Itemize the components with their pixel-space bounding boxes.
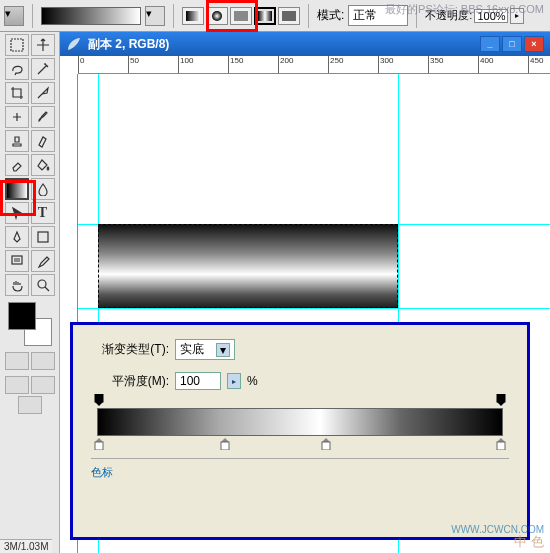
marquee-selection[interactable] bbox=[98, 224, 398, 308]
color-stop[interactable] bbox=[93, 438, 105, 450]
gradient-type-label: 渐变类型(T): bbox=[91, 341, 169, 358]
ruler-tick: 450 bbox=[528, 56, 543, 74]
screen-mode-2[interactable] bbox=[31, 376, 55, 394]
gradient-picker[interactable] bbox=[41, 7, 141, 25]
svg-rect-2 bbox=[234, 11, 248, 21]
screen-mode-1[interactable] bbox=[5, 376, 29, 394]
shape-tool[interactable] bbox=[31, 226, 55, 248]
svg-rect-11 bbox=[95, 442, 103, 450]
svg-rect-5 bbox=[11, 39, 23, 51]
smoothness-arrow[interactable]: ▸ bbox=[227, 373, 241, 389]
type-tool[interactable]: T bbox=[31, 202, 55, 224]
quickmask-row bbox=[2, 352, 57, 370]
svg-rect-9 bbox=[95, 394, 103, 402]
lasso-tool[interactable] bbox=[5, 58, 29, 80]
guide-horizontal[interactable] bbox=[78, 308, 550, 309]
wand-tool[interactable] bbox=[31, 58, 55, 80]
eyedropper-tool[interactable] bbox=[31, 250, 55, 272]
move-tool[interactable] bbox=[31, 34, 55, 56]
ruler-tick: 150 bbox=[228, 56, 243, 74]
stamp-tool[interactable] bbox=[5, 130, 29, 152]
svg-rect-13 bbox=[322, 442, 330, 450]
zoom-tool[interactable] bbox=[31, 274, 55, 296]
toolbox: T bbox=[0, 32, 60, 553]
pen-tool[interactable] bbox=[5, 226, 29, 248]
close-button[interactable]: × bbox=[524, 36, 544, 52]
gradient-picker-arrow[interactable]: ▾ bbox=[145, 6, 165, 26]
gradient-type-value: 实底 bbox=[180, 341, 204, 358]
status-bar: 3M/1.03M bbox=[0, 539, 52, 553]
gradient-bar-container bbox=[97, 408, 503, 436]
titlebar[interactable]: 副本 2, RGB/8) _ □ × bbox=[60, 32, 550, 56]
eraser-tool[interactable] bbox=[5, 154, 29, 176]
tool-preset-dropdown[interactable]: ▾ bbox=[4, 6, 24, 26]
color-stop[interactable] bbox=[219, 438, 231, 450]
maximize-button[interactable]: □ bbox=[502, 36, 522, 52]
separator bbox=[32, 4, 33, 28]
brush-tool[interactable] bbox=[31, 106, 55, 128]
standard-mode-button[interactable] bbox=[5, 352, 29, 370]
minimize-button[interactable]: _ bbox=[480, 36, 500, 52]
ruler-tick: 0 bbox=[78, 56, 84, 74]
linear-gradient-button[interactable] bbox=[182, 7, 204, 25]
ruler-tick: 100 bbox=[178, 56, 193, 74]
angle-gradient-button[interactable] bbox=[230, 7, 252, 25]
gradient-tool[interactable] bbox=[5, 178, 29, 200]
svg-rect-6 bbox=[38, 232, 48, 242]
watermark: WWW.JCWCN.COM bbox=[451, 524, 544, 535]
slice-tool[interactable] bbox=[31, 82, 55, 104]
color-stop[interactable] bbox=[320, 438, 332, 450]
svg-rect-3 bbox=[258, 11, 272, 21]
gradient-style-group bbox=[182, 7, 300, 25]
path-select-tool[interactable] bbox=[5, 202, 29, 224]
ruler-tick: 400 bbox=[478, 56, 493, 74]
ruler-tick: 200 bbox=[278, 56, 293, 74]
hand-tool[interactable] bbox=[5, 274, 29, 296]
gradient-editor-panel: 渐变类型(T): 实底 ▾ 平滑度(M): 100 ▸ % 色标 bbox=[70, 322, 530, 540]
svg-rect-4 bbox=[282, 11, 296, 21]
percent-label: % bbox=[247, 374, 258, 388]
radial-gradient-button[interactable] bbox=[206, 7, 228, 25]
marquee-tool[interactable] bbox=[5, 34, 29, 56]
separator bbox=[308, 4, 309, 28]
screenmode-row bbox=[2, 376, 57, 414]
smoothness-label: 平滑度(M): bbox=[91, 373, 169, 390]
svg-rect-14 bbox=[497, 442, 505, 450]
ruler-tick: 350 bbox=[428, 56, 443, 74]
crop-tool[interactable] bbox=[5, 82, 29, 104]
foreground-color[interactable] bbox=[8, 302, 36, 330]
gradient-type-select[interactable]: 实底 ▾ bbox=[175, 339, 235, 360]
diamond-gradient-button[interactable] bbox=[278, 7, 300, 25]
color-stops-section-label: 色标 bbox=[91, 458, 509, 480]
notes-tool[interactable] bbox=[5, 250, 29, 272]
svg-rect-0 bbox=[186, 11, 200, 21]
heal-tool[interactable] bbox=[5, 106, 29, 128]
svg-rect-7 bbox=[12, 256, 22, 264]
history-brush-tool[interactable] bbox=[31, 130, 55, 152]
mode-label: 模式: bbox=[317, 7, 344, 24]
bucket-tool[interactable] bbox=[31, 154, 55, 176]
reflected-gradient-button[interactable] bbox=[254, 7, 276, 25]
svg-rect-12 bbox=[221, 442, 229, 450]
opacity-stop[interactable] bbox=[495, 394, 507, 406]
ruler-horizontal[interactable]: 0501001502002503003504004505005506006507… bbox=[78, 56, 550, 74]
document-title: 副本 2, RGB/8) bbox=[88, 36, 169, 53]
color-swatches bbox=[8, 302, 52, 346]
blur-tool[interactable] bbox=[31, 178, 55, 200]
svg-point-1 bbox=[212, 11, 222, 21]
gradient-bar[interactable] bbox=[97, 408, 503, 436]
chevron-down-icon: ▾ bbox=[216, 343, 230, 357]
app-icon bbox=[66, 36, 82, 52]
ruler-tick: 50 bbox=[128, 56, 139, 74]
memory-status: 3M/1.03M bbox=[4, 541, 48, 552]
smoothness-input[interactable]: 100 bbox=[175, 372, 221, 390]
separator bbox=[173, 4, 174, 28]
ruler-tick: 250 bbox=[328, 56, 343, 74]
opacity-stop[interactable] bbox=[93, 394, 105, 406]
stops-label: 色标 bbox=[91, 466, 113, 478]
svg-rect-10 bbox=[497, 394, 505, 402]
screen-mode-3[interactable] bbox=[18, 396, 42, 414]
quickmask-button[interactable] bbox=[31, 352, 55, 370]
color-stop[interactable] bbox=[495, 438, 507, 450]
ruler-tick: 300 bbox=[378, 56, 393, 74]
